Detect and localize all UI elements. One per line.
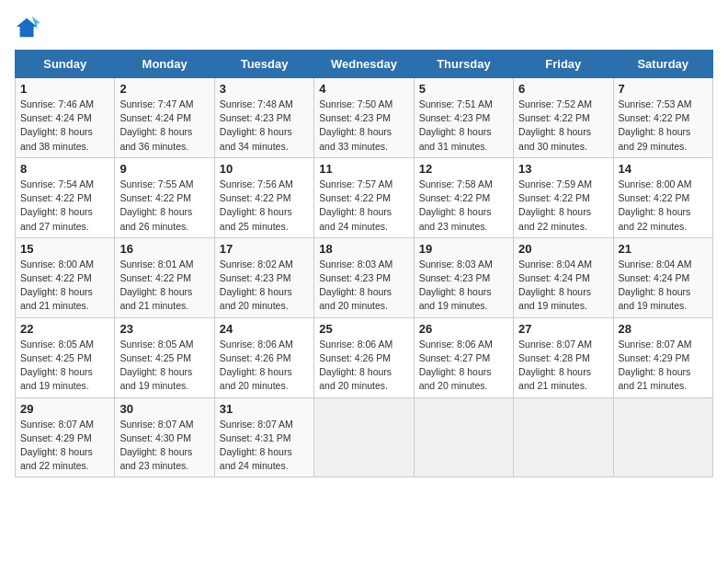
calendar-cell: 29Sunrise: 8:07 AMSunset: 4:29 PMDayligh… bbox=[16, 397, 115, 477]
day-of-week-header: Tuesday bbox=[214, 51, 313, 78]
calendar-cell: 10Sunrise: 7:56 AMSunset: 4:22 PMDayligh… bbox=[214, 157, 313, 237]
calendar-cell: 13Sunrise: 7:59 AMSunset: 4:22 PMDayligh… bbox=[514, 157, 613, 237]
calendar-cell bbox=[613, 397, 712, 477]
calendar-cell: 1Sunrise: 7:46 AMSunset: 4:24 PMDaylight… bbox=[16, 78, 115, 158]
header bbox=[15, 15, 713, 40]
calendar-cell: 14Sunrise: 8:00 AMSunset: 4:22 PMDayligh… bbox=[613, 157, 712, 237]
calendar-cell: 27Sunrise: 8:07 AMSunset: 4:28 PMDayligh… bbox=[514, 317, 613, 397]
calendar-cell: 17Sunrise: 8:02 AMSunset: 4:23 PMDayligh… bbox=[214, 237, 313, 317]
calendar-cell bbox=[514, 397, 613, 477]
calendar-cell: 25Sunrise: 8:06 AMSunset: 4:26 PMDayligh… bbox=[314, 317, 414, 397]
calendar-cell: 15Sunrise: 8:00 AMSunset: 4:22 PMDayligh… bbox=[16, 237, 115, 317]
day-of-week-header: Wednesday bbox=[314, 51, 414, 78]
calendar-cell: 24Sunrise: 8:06 AMSunset: 4:26 PMDayligh… bbox=[214, 317, 313, 397]
calendar-cell: 4Sunrise: 7:50 AMSunset: 4:23 PMDaylight… bbox=[314, 78, 414, 158]
day-of-week-header: Friday bbox=[514, 51, 613, 78]
calendar-cell: 20Sunrise: 8:04 AMSunset: 4:24 PMDayligh… bbox=[514, 237, 613, 317]
calendar-cell: 21Sunrise: 8:04 AMSunset: 4:24 PMDayligh… bbox=[613, 237, 712, 317]
calendar-cell: 12Sunrise: 7:58 AMSunset: 4:22 PMDayligh… bbox=[414, 157, 513, 237]
calendar-cell: 2Sunrise: 7:47 AMSunset: 4:24 PMDaylight… bbox=[115, 78, 214, 158]
calendar-table: SundayMondayTuesdayWednesdayThursdayFrid… bbox=[15, 50, 713, 477]
day-of-week-header: Sunday bbox=[16, 51, 115, 78]
logo-icon bbox=[15, 15, 40, 40]
calendar-cell: 5Sunrise: 7:51 AMSunset: 4:23 PMDaylight… bbox=[414, 78, 513, 158]
calendar-cell bbox=[414, 397, 513, 477]
calendar-cell: 7Sunrise: 7:53 AMSunset: 4:22 PMDaylight… bbox=[613, 78, 712, 158]
calendar-cell: 9Sunrise: 7:55 AMSunset: 4:22 PMDaylight… bbox=[115, 157, 214, 237]
calendar-cell: 18Sunrise: 8:03 AMSunset: 4:23 PMDayligh… bbox=[314, 237, 414, 317]
day-of-week-header: Thursday bbox=[414, 51, 513, 78]
calendar-cell: 31Sunrise: 8:07 AMSunset: 4:31 PMDayligh… bbox=[214, 397, 313, 477]
calendar-cell: 22Sunrise: 8:05 AMSunset: 4:25 PMDayligh… bbox=[16, 317, 115, 397]
calendar-cell: 23Sunrise: 8:05 AMSunset: 4:25 PMDayligh… bbox=[115, 317, 214, 397]
calendar-cell: 16Sunrise: 8:01 AMSunset: 4:22 PMDayligh… bbox=[115, 237, 214, 317]
calendar-cell: 3Sunrise: 7:48 AMSunset: 4:23 PMDaylight… bbox=[214, 78, 313, 158]
calendar-cell: 8Sunrise: 7:54 AMSunset: 4:22 PMDaylight… bbox=[16, 157, 115, 237]
calendar-cell: 19Sunrise: 8:03 AMSunset: 4:23 PMDayligh… bbox=[414, 237, 513, 317]
day-of-week-header: Monday bbox=[115, 51, 214, 78]
logo bbox=[15, 15, 44, 40]
calendar-cell: 30Sunrise: 8:07 AMSunset: 4:30 PMDayligh… bbox=[115, 397, 214, 477]
calendar-cell: 11Sunrise: 7:57 AMSunset: 4:22 PMDayligh… bbox=[314, 157, 414, 237]
calendar-cell bbox=[314, 397, 414, 477]
calendar-cell: 26Sunrise: 8:06 AMSunset: 4:27 PMDayligh… bbox=[414, 317, 513, 397]
calendar-cell: 6Sunrise: 7:52 AMSunset: 4:22 PMDaylight… bbox=[514, 78, 613, 158]
day-of-week-header: Saturday bbox=[613, 51, 712, 78]
calendar-cell: 28Sunrise: 8:07 AMSunset: 4:29 PMDayligh… bbox=[613, 317, 712, 397]
